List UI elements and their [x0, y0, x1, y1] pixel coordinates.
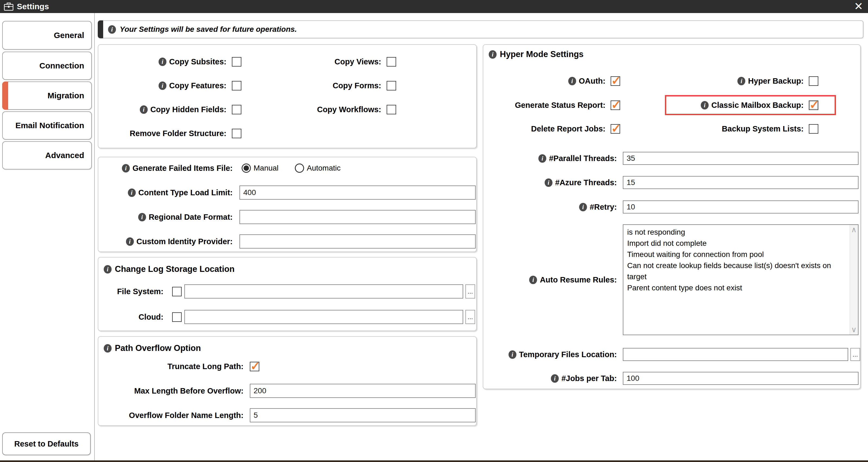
info-icon[interactable] — [545, 179, 553, 187]
overflow-group-title: Path Overflow Option — [104, 341, 201, 355]
tab-advanced[interactable]: Advanced — [2, 141, 92, 170]
copy-views-checkbox[interactable] — [386, 57, 396, 66]
info-icon[interactable] — [701, 101, 709, 110]
auto-resume-rules-textarea[interactable]: is not responding Import did not complet… — [623, 224, 859, 335]
info-icon[interactable] — [159, 58, 166, 66]
temporary-files-browse-button[interactable]: ... — [850, 348, 860, 361]
tab-label: Advanced — [45, 151, 84, 160]
info-icon[interactable] — [568, 77, 576, 85]
info-icon[interactable] — [128, 188, 136, 197]
generate-status-report-checkbox[interactable] — [611, 100, 620, 110]
auto-resume-rules-text: is not responding Import did not complet… — [627, 226, 846, 333]
auto-resume-scrollbar[interactable] — [849, 225, 858, 335]
copy-forms-checkbox[interactable] — [386, 81, 396, 90]
content-type-load-limit-label: Content Type Load Limit: — [98, 185, 233, 199]
scroll-up-icon[interactable] — [850, 225, 858, 235]
hyper-backup-label: Hyper Backup: — [635, 74, 804, 88]
tab-connection[interactable]: Connection — [2, 52, 92, 80]
file-system-checkbox[interactable] — [172, 287, 182, 296]
truncate-long-path-label: Truncate Long Path: — [98, 359, 244, 373]
tab-migration[interactable]: Migration — [2, 82, 92, 110]
info-icon[interactable] — [508, 350, 517, 359]
tab-general[interactable]: General — [2, 21, 92, 50]
azure-threads-input[interactable] — [623, 176, 859, 189]
info-icon[interactable] — [104, 265, 112, 274]
copy-hidden-fields-label: Copy Hidden Fields: — [98, 102, 226, 117]
close-icon[interactable]: ✕ — [854, 0, 863, 13]
custom-identity-provider-input[interactable] — [240, 235, 476, 248]
parallel-threads-input[interactable] — [623, 152, 859, 165]
temporary-files-location-input[interactable] — [623, 348, 848, 361]
file-system-browse-button[interactable]: ... — [465, 284, 475, 299]
retry-input[interactable] — [623, 201, 859, 214]
reset-to-defaults-button[interactable]: Reset to Defaults — [2, 432, 91, 455]
cloud-checkbox[interactable] — [172, 312, 182, 322]
overflow-folder-name-length-input[interactable] — [250, 408, 476, 422]
copy-features-label: Copy Features: — [98, 79, 226, 93]
delete-report-jobs-checkbox[interactable] — [611, 124, 620, 134]
copy-features-checkbox[interactable] — [232, 81, 241, 90]
hyper-mode-group: Hyper Mode Settings OAuth: Hyper Backup:… — [483, 44, 861, 389]
info-icon[interactable] — [737, 77, 745, 85]
info-icon[interactable] — [529, 276, 537, 284]
info-icon[interactable] — [489, 50, 497, 59]
info-icon[interactable] — [126, 237, 134, 246]
classic-mailbox-backup-checkbox[interactable] — [809, 100, 818, 110]
classic-mailbox-backup-label: Classic Mailbox Backup: — [635, 98, 804, 112]
backup-system-lists-checkbox[interactable] — [809, 124, 818, 134]
hyper-mode-title: Hyper Mode Settings — [489, 47, 584, 61]
cloud-path-input[interactable] — [184, 310, 463, 324]
changelog-group-title: Change Log Storage Location — [104, 262, 235, 276]
jobs-per-tab-input[interactable] — [623, 372, 859, 385]
tab-label: Connection — [39, 61, 84, 70]
copy-subsites-checkbox[interactable] — [232, 57, 241, 66]
copy-forms-label: Copy Forms: — [261, 79, 381, 93]
remove-folder-structure-label: Remove Folder Structure: — [98, 126, 226, 141]
scroll-down-icon[interactable] — [850, 325, 858, 335]
banner-accent-bar — [98, 20, 103, 38]
changelog-group: Change Log Storage Location File System:… — [98, 257, 477, 331]
reset-button-label: Reset to Defaults — [14, 439, 79, 449]
file-system-label: File System: — [98, 284, 163, 299]
regional-date-format-input[interactable] — [240, 210, 476, 224]
copy-subsites-label: Copy Subsites: — [98, 55, 226, 69]
file-system-path-input[interactable] — [184, 284, 463, 299]
custom-identity-provider-label: Custom Identity Provider: — [98, 235, 233, 248]
truncate-long-path-checkbox[interactable] — [250, 362, 259, 371]
generate-failed-items-label: Generate Failed Items File: — [98, 161, 233, 175]
tab-label: Email Notification — [16, 121, 84, 130]
manual-radio[interactable] — [242, 163, 251, 173]
info-icon[interactable] — [538, 154, 546, 163]
cloud-label: Cloud: — [98, 310, 163, 324]
info-icon[interactable] — [138, 213, 146, 221]
max-length-before-overflow-input[interactable] — [250, 384, 476, 398]
info-icon[interactable] — [108, 25, 116, 34]
oauth-checkbox[interactable] — [611, 76, 620, 86]
manual-radio-label: Manual — [254, 161, 279, 175]
content-type-load-limit-input[interactable] — [240, 185, 476, 199]
copy-hidden-fields-checkbox[interactable] — [232, 105, 241, 114]
regional-date-format-label: Regional Date Format: — [98, 210, 233, 224]
info-icon[interactable] — [159, 82, 166, 90]
info-icon[interactable] — [104, 344, 112, 352]
titlebar: Settings ✕ — [0, 0, 868, 13]
copy-options-group: Copy Subsites: Copy Views: Copy Features… — [98, 44, 477, 148]
backup-system-lists-label: Backup System Lists: — [635, 122, 804, 136]
generate-status-report-label: Generate Status Report: — [483, 98, 606, 112]
copy-workflows-checkbox[interactable] — [386, 105, 396, 114]
cloud-browse-button[interactable]: ... — [465, 310, 475, 324]
automatic-radio[interactable] — [295, 163, 304, 173]
overflow-folder-name-length-label: Overflow Folder Name Length: — [98, 408, 244, 422]
info-icon[interactable] — [579, 203, 587, 211]
oauth-label: OAuth: — [483, 74, 606, 88]
info-icon[interactable] — [122, 164, 130, 173]
delete-report-jobs-label: Delete Report Jobs: — [483, 122, 606, 136]
temporary-files-location-label: Temporary Files Location: — [483, 347, 617, 362]
hyper-backup-checkbox[interactable] — [809, 76, 818, 86]
info-icon[interactable] — [140, 105, 148, 114]
automatic-radio-label: Automatic — [307, 161, 341, 175]
tab-email-notification[interactable]: Email Notification — [2, 111, 92, 140]
info-icon[interactable] — [551, 374, 559, 383]
azure-threads-label: #Azure Threads: — [483, 176, 617, 190]
remove-folder-structure-checkbox[interactable] — [232, 129, 241, 138]
